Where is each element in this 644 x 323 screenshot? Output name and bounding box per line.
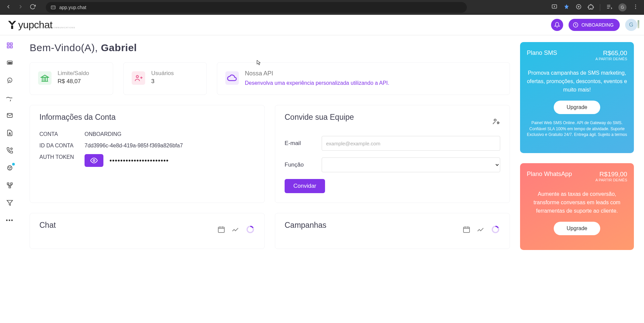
svg-point-16 — [11, 148, 12, 150]
svg-rect-8 — [10, 43, 12, 45]
svg-rect-22 — [9, 186, 11, 188]
site-settings-icon — [51, 5, 56, 10]
bell-icon — [554, 22, 560, 28]
svg-rect-20 — [7, 183, 9, 185]
sidebar-item-email[interactable] — [6, 111, 14, 119]
svg-point-18 — [9, 167, 9, 168]
role-select[interactable] — [322, 157, 500, 172]
trend-icon[interactable] — [231, 225, 239, 235]
sidebar-item-whatsapp[interactable] — [6, 76, 14, 84]
reveal-token-button[interactable] — [85, 154, 103, 167]
sidebar-item-more[interactable]: ••• — [6, 216, 14, 224]
email-label: E-mail — [285, 140, 322, 147]
url-text: app.yup.chat — [59, 5, 86, 10]
svg-point-24 — [93, 159, 95, 162]
email-field[interactable] — [322, 136, 500, 151]
account-name-value: ONBOARDING — [85, 131, 255, 137]
calendar-icon[interactable] — [217, 225, 225, 235]
svg-rect-9 — [7, 46, 9, 48]
plus-icon[interactable] — [576, 4, 582, 11]
cloud-icon — [225, 71, 239, 85]
sidebar-item-bot[interactable] — [6, 164, 14, 172]
upgrade-sms-button[interactable]: Upgrade — [554, 101, 600, 114]
account-id-value: 7dd3996c-4e8d-419a-985f-f369a826bfa7 — [85, 143, 255, 149]
loading-ring-icon[interactable] — [246, 225, 255, 236]
sidebar-item-flow[interactable] — [6, 181, 14, 189]
users-card[interactable]: Usuários 3 — [123, 62, 207, 95]
svg-point-23 — [136, 75, 139, 78]
sidebar-item-dashboard[interactable] — [6, 41, 14, 49]
app-header: yupchat BUSINESS COMMUNICATIONS ONBOARDI… — [0, 15, 644, 35]
svg-rect-7 — [7, 43, 9, 45]
svg-text:SMS: SMS — [8, 62, 12, 64]
address-bar[interactable]: app.yup.chat — [46, 2, 467, 13]
notifications-button[interactable] — [551, 19, 563, 31]
plan-sms-card: Plano SMS R$65,00 A PARTIR DE/MÊS Promov… — [520, 42, 634, 153]
invite-title: Convide sua Equipe — [285, 113, 354, 122]
svg-point-25 — [494, 119, 496, 121]
browser-chrome: app.yup.chat G — [0, 0, 644, 15]
bookmark-star-icon[interactable] — [564, 4, 570, 11]
account-info-title: Informações da Conta — [39, 113, 255, 122]
page-title: Bem-Vindo(A), Gabriel — [30, 42, 510, 53]
svg-point-13 — [7, 78, 12, 82]
chat-card: Chat — [30, 213, 265, 249]
role-label: Função — [285, 162, 322, 168]
auth-token-masked: •••••••••••••••••••••• — [109, 157, 169, 165]
sidebar-item-contacts[interactable] — [6, 129, 14, 137]
browser-profile-avatar[interactable]: G — [618, 3, 626, 11]
svg-point-4 — [635, 6, 636, 7]
svg-rect-10 — [10, 46, 12, 48]
sidebar-item-google[interactable] — [6, 94, 14, 102]
onboarding-button[interactable]: ONBOARDING — [569, 19, 620, 31]
svg-point-15 — [9, 133, 10, 134]
svg-point-3 — [635, 5, 636, 5]
svg-rect-21 — [11, 183, 12, 185]
dashboard-icon — [573, 22, 579, 28]
user-avatar[interactable]: G — [625, 19, 637, 31]
trend-icon[interactable] — [477, 225, 485, 235]
nav-back-icon[interactable] — [5, 4, 11, 11]
nav-reload-icon[interactable] — [30, 4, 36, 11]
sidebar-item-sms[interactable]: SMS — [6, 59, 14, 67]
nav-forward-icon[interactable] — [18, 4, 24, 11]
svg-point-19 — [10, 167, 11, 168]
bank-icon — [38, 71, 52, 85]
logo-icon — [7, 20, 18, 30]
svg-rect-27 — [218, 227, 224, 232]
sidebar-item-voice[interactable] — [6, 146, 14, 154]
svg-point-5 — [635, 8, 636, 9]
team-settings-icon[interactable] — [492, 117, 500, 127]
svg-point-17 — [7, 166, 12, 170]
invite-button[interactable]: Convidar — [285, 179, 325, 193]
extensions-icon[interactable] — [588, 4, 594, 11]
playlist-icon[interactable] — [606, 4, 612, 11]
plan-whatsapp-card: Plano WhatsApp R$199,00 A PARTIR DE/MÊS … — [520, 163, 634, 250]
eye-icon — [90, 157, 98, 164]
calendar-icon[interactable] — [462, 225, 471, 235]
invite-team-card: Convide sua Equipe E-mail Função Convida… — [275, 105, 510, 203]
browser-menu-icon[interactable] — [633, 4, 639, 11]
balance-card[interactable]: Limite/Saldo R$ 48,07 — [30, 62, 113, 95]
account-info-card: Informações da Conta CONTA ONBOARDING ID… — [30, 105, 265, 203]
users-icon — [132, 71, 145, 85]
svg-rect-29 — [463, 227, 470, 232]
sidebar-item-filter[interactable] — [6, 199, 14, 207]
logo[interactable]: yupchat BUSINESS COMMUNICATIONS — [7, 19, 75, 31]
loading-ring-icon[interactable] — [491, 225, 500, 236]
sidebar: SMS ••• — [0, 35, 20, 323]
campaigns-card: Campanhas — [275, 213, 510, 249]
install-icon[interactable] — [551, 4, 557, 11]
svg-rect-0 — [51, 6, 55, 9]
upgrade-wa-button[interactable]: Upgrade — [554, 222, 600, 235]
api-card[interactable]: Nossa API Desenvolva uma experiência per… — [217, 62, 510, 95]
svg-point-26 — [497, 122, 499, 123]
